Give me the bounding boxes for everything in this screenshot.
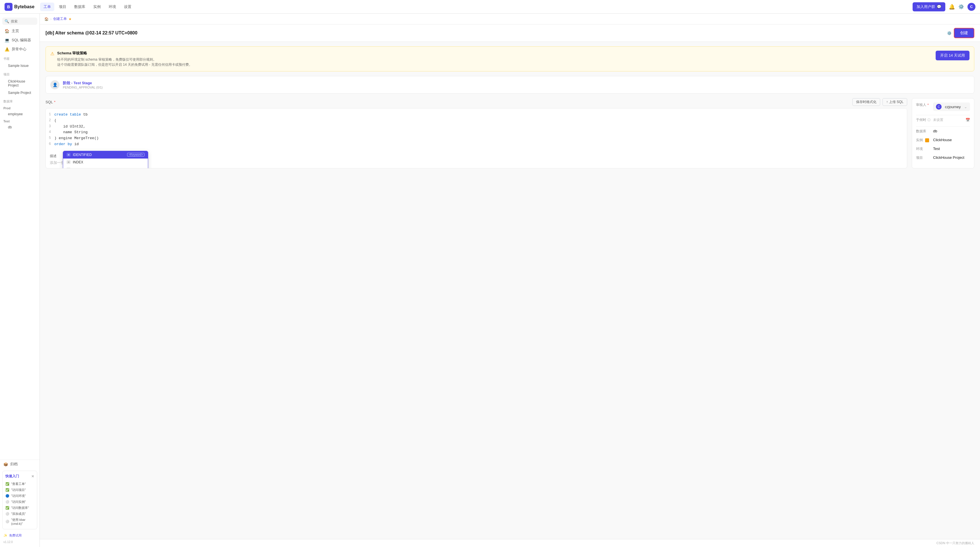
database-value: db <box>933 129 970 133</box>
quick-start-title: 快速入门 <box>5 474 19 479</box>
ac-name-index: INDEX <box>73 160 145 164</box>
sidebar-project-clickhouse[interactable]: ClickHouse Project <box>1 78 38 89</box>
sidebar-item-sql-editor[interactable]: 💻 SQL 编辑器 <box>1 36 38 45</box>
database-label: 数据库 <box>916 129 933 134</box>
nav-gongdan[interactable]: 工单 <box>40 3 54 11</box>
nav-huanjing[interactable]: 环境 <box>105 3 119 11</box>
sql-label: SQL * <box>46 100 56 104</box>
project-label: 项目 <box>916 155 933 160</box>
dot-icon-4: ⚪ <box>5 500 10 504</box>
trial-button[interactable]: 开启 14 天试用 <box>935 51 969 61</box>
policy-banner-left: ⚠ Schema 审核策略 给不同的环境定制 schema 审核策略，免费版仅可… <box>50 51 192 67</box>
free-trial-icon: ✨ <box>3 534 7 537</box>
dot-icon-6: ⚪ <box>5 512 10 516</box>
topnav-right: 加入用户群 💬 🔔 ⚙️ C <box>913 2 975 11</box>
when-label: 于何时 ⓘ <box>916 118 933 122</box>
user-avatar[interactable]: C <box>967 3 975 11</box>
quick-start-label-5: "访问数据库" <box>11 506 29 510</box>
search-input[interactable] <box>11 19 40 23</box>
archive-icon: 📦 <box>3 462 8 466</box>
quick-start-item-2[interactable]: ✅ "访问项目" <box>5 487 34 493</box>
sql-toolbar: 保存时格式化 ↑ 上传 SQL <box>852 98 907 106</box>
stage-title[interactable]: 阶段 - Test Stage <box>63 81 969 86</box>
quick-start-panel: 快速入门 ✕ ✅ "查看工单" ✅ "访问项目" 🔵 "访问环境" ⚪ "访问实… <box>2 471 37 529</box>
sidebar-item-home[interactable]: 🏠 主页 <box>1 27 38 35</box>
quick-start-label-6: "添加成员" <box>11 512 26 516</box>
sidebar-archive[interactable]: 📦 归档 <box>0 460 40 469</box>
quick-start-close-icon[interactable]: ✕ <box>31 474 34 478</box>
check-icon-1: ✅ <box>5 482 10 486</box>
environment-label: 环境 <box>916 147 933 152</box>
sql-editor-wrapper: SQL * 保存时格式化 ↑ 上传 SQL 1 creat <box>46 98 907 169</box>
quick-start-item-5[interactable]: ✅ "访问数据库" <box>5 505 34 511</box>
sql-editor-container[interactable]: 1 create table tb 2 ( 3 id UInt32, <box>46 108 907 169</box>
code-editor[interactable]: 1 create table tb 2 ( 3 id UInt32, <box>46 108 907 151</box>
ac-item-indexes[interactable]: ≡ INDEXES <box>63 166 148 169</box>
logo-icon: B <box>5 3 13 11</box>
page-title: [db] Alter schema @02-14 22:57 UTC+0800 <box>46 30 137 35</box>
sidebar-db-employee[interactable]: employee <box>1 111 38 118</box>
reviewer-row: 审核人 * C czjourney ⌄ <box>916 102 970 111</box>
free-trial-item[interactable]: ✨ 免费试用 <box>0 532 40 539</box>
quick-start-item-3[interactable]: 🔵 "访问环境" <box>5 493 34 499</box>
bottom-bar: CSDN 中一只努力的搬砖人 <box>40 539 980 547</box>
ac-tag-identified: <Keyword> <box>127 153 145 156</box>
reviewer-required-mark: * <box>928 103 929 107</box>
ac-item-identified[interactable]: ≡ IDENTIFIED <Keyword> <box>63 151 148 158</box>
policy-banner: ⚠ Schema 审核策略 给不同的环境定制 schema 审核策略，免费版仅可… <box>46 46 974 72</box>
nav-shezhi[interactable]: 设置 <box>121 3 135 11</box>
description-label: 描述 <box>50 154 903 158</box>
ac-item-index[interactable]: ≡ INDEX <box>63 158 148 166</box>
right-panel: 审核人 * C czjourney ⌄ 于何时 <box>912 98 974 169</box>
favorite-star-icon[interactable]: ★ <box>68 17 72 21</box>
quick-start-item-4[interactable]: ⚪ "访问实例" <box>5 499 34 505</box>
home-breadcrumb-icon[interactable]: 🏠 <box>45 17 49 21</box>
notifications-icon[interactable]: 🔔 <box>949 4 955 10</box>
search-box[interactable]: 🔍 ⌘K <box>2 18 37 25</box>
version-label: v1.12.0 <box>0 539 40 545</box>
nav-shujuku[interactable]: 数据库 <box>71 3 89 11</box>
sidebar-project-sample[interactable]: Sample Project <box>1 89 38 96</box>
search-icon: 🔍 <box>5 19 9 23</box>
instance-row: 实例 ClickHouse <box>916 138 970 143</box>
description-input[interactable]: 添加一些描述... <box>50 160 903 165</box>
main-nav: 工单 项目 数据库 实例 环境 设置 <box>40 3 135 11</box>
quick-start-item-7[interactable]: ⚪ "使用 kbar (cmd-k)" <box>5 517 34 526</box>
nav-xiangmu[interactable]: 项目 <box>56 3 70 11</box>
sidebar-db-db[interactable]: db <box>1 124 38 131</box>
sql-area: SQL * 保存时格式化 ↑ 上传 SQL 1 creat <box>46 98 974 169</box>
anomaly-icon: ⚠️ <box>5 47 10 51</box>
quick-start-item-1[interactable]: ✅ "查看工单" <box>5 481 34 487</box>
settings-small-icon[interactable]: ⚙️ <box>958 4 964 10</box>
join-group-button[interactable]: 加入用户群 💬 <box>913 2 945 11</box>
stage-status: PENDING_APPROVAL (0/1) <box>63 86 969 89</box>
reviewer-dropdown-icon: ⌄ <box>964 105 967 109</box>
app-logo[interactable]: B Bytebase <box>5 3 34 11</box>
quick-start-label-3: "访问环境" <box>11 494 26 498</box>
check-icon-2: ✅ <box>5 488 10 492</box>
upload-sql-button[interactable]: ↑ 上传 SQL <box>883 98 907 106</box>
policy-warning-icon: ⚠ <box>50 51 54 67</box>
settings-icon[interactable]: ⚙️ <box>947 31 951 35</box>
editor-inner: 1 create table tb 2 ( 3 id UInt32, <box>46 108 907 151</box>
policy-banner-content: Schema 审核策略 给不同的环境定制 schema 审核策略，免费版仅可使用… <box>57 51 192 67</box>
breadcrumb: 🏠 › 创建工单 ★ <box>40 14 980 24</box>
database-row: 数据库 db <box>916 129 970 134</box>
nav-shili[interactable]: 实例 <box>90 3 104 11</box>
sidebar-item-anomaly[interactable]: ⚠️ 异常中心 <box>1 45 38 54</box>
content-header: [db] Alter schema @02-14 22:57 UTC+0800 … <box>40 24 980 42</box>
quick-start-item-6[interactable]: ⚪ "添加成员" <box>5 511 34 517</box>
divider-1 <box>916 115 970 115</box>
save-format-button[interactable]: 保存时格式化 <box>852 98 880 106</box>
autocomplete-dropdown: ≡ IDENTIFIED <Keyword> ≡ INDEX ≡ <box>63 151 148 169</box>
reviewer-select[interactable]: C czjourney ⌄ <box>933 102 970 111</box>
sidebar-bookmark-sample[interactable]: Sample Issue <box>1 62 38 69</box>
calendar-icon[interactable]: 📅 <box>966 118 970 122</box>
code-line-2: 2 ( <box>46 118 907 124</box>
sidebar-home-label: 主页 <box>12 29 19 33</box>
instance-type-icon <box>925 138 929 142</box>
policy-desc-2: 这个功能需要团队版订阅，但是您可以开启 14 天的免费试用 - 无需任何信用卡或… <box>57 62 192 67</box>
bottom-right: CSDN 中一只努力的搬砖人 <box>937 541 974 545</box>
create-button[interactable]: 创建 <box>954 28 974 38</box>
quick-start-header: 快速入门 ✕ <box>5 474 34 479</box>
